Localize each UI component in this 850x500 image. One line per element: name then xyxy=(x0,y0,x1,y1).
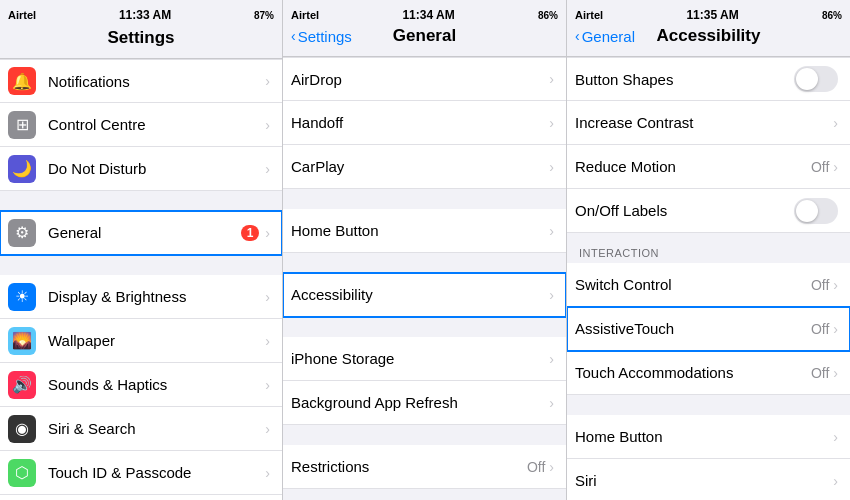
acc-separator-2 xyxy=(567,395,850,415)
panel3-title: Accessibility xyxy=(657,26,761,46)
general-item-airdrop[interactable]: AirDrop› xyxy=(283,57,566,101)
settings-item-general[interactable]: ⚙General1› xyxy=(0,211,282,255)
general-item-iphone-storage[interactable]: iPhone Storage› xyxy=(283,337,566,381)
general-label: General xyxy=(48,224,241,241)
time-2: 11:34 AM xyxy=(402,8,454,22)
general-item-restrictions[interactable]: RestrictionsOff› xyxy=(283,445,566,489)
display-brightness-icon: ☀ xyxy=(8,283,36,311)
settings-item-do-not-disturb[interactable]: 🌙Do Not Disturb› xyxy=(0,147,282,191)
panel-general: Airtel 11:34 AM 86% ‹ Settings General A… xyxy=(283,0,567,500)
wallpaper-label: Wallpaper xyxy=(48,332,265,349)
settings-item-notifications[interactable]: 🔔Notifications› xyxy=(0,59,282,103)
handoff-chevron: › xyxy=(549,115,554,131)
siri-search-label: Siri & Search xyxy=(48,420,265,437)
siri-label: Siri xyxy=(575,472,833,489)
back-label-2: Settings xyxy=(298,28,352,45)
panel2-title-row: ‹ Settings General xyxy=(283,24,566,52)
carplay-label: CarPlay xyxy=(291,158,549,175)
settings-item-wallpaper[interactable]: 🌄Wallpaper› xyxy=(0,319,282,363)
touch-id-chevron: › xyxy=(265,465,270,481)
settings-item-sounds-haptics[interactable]: 🔊Sounds & Haptics› xyxy=(0,363,282,407)
background-refresh-label: Background App Refresh xyxy=(291,394,549,411)
settings-item-siri-search[interactable]: ◉Siri & Search› xyxy=(0,407,282,451)
panel1-content: 🔔Notifications›⊞Control Centre›🌙Do Not D… xyxy=(0,59,282,500)
button-shapes-toggle-knob xyxy=(796,68,818,90)
button-shapes-label: Button Shapes xyxy=(575,71,794,88)
settings-item-display-brightness[interactable]: ☀Display & Brightness› xyxy=(0,275,282,319)
panel3-content: Button ShapesIncrease Contrast›Reduce Mo… xyxy=(567,57,850,500)
general-item-home-button[interactable]: Home Button› xyxy=(283,209,566,253)
acc-item-assistivetouch[interactable]: AssistiveTouchOff› xyxy=(567,307,850,351)
onoff-labels-toggle[interactable] xyxy=(794,198,838,224)
separator-2 xyxy=(283,253,566,273)
acc-item-touch-accommodations[interactable]: Touch AccommodationsOff› xyxy=(567,351,850,395)
general-item-handoff[interactable]: Handoff› xyxy=(283,101,566,145)
battery-1: 87% xyxy=(254,10,274,21)
touch-accommodations-label: Touch Accommodations xyxy=(575,364,811,381)
general-item-carplay[interactable]: CarPlay› xyxy=(283,145,566,189)
acc-item-onoff-labels[interactable]: On/Off Labels xyxy=(567,189,850,233)
back-btn-3[interactable]: ‹ General xyxy=(575,28,635,45)
acc-item-home-button-acc[interactable]: Home Button› xyxy=(567,415,850,459)
reduce-motion-label: Reduce Motion xyxy=(575,158,811,175)
siri-search-chevron: › xyxy=(265,421,270,437)
acc-item-switch-control[interactable]: Switch ControlOff› xyxy=(567,263,850,307)
airdrop-label: AirDrop xyxy=(291,71,549,88)
panel1-title: Settings xyxy=(0,24,282,54)
reduce-motion-value: Off xyxy=(811,159,829,175)
general-item-background-refresh[interactable]: Background App Refresh› xyxy=(283,381,566,425)
touch-id-label: Touch ID & Passcode xyxy=(48,464,265,481)
assistivetouch-value: Off xyxy=(811,321,829,337)
home-button-acc-chevron: › xyxy=(833,429,838,445)
carplay-chevron: › xyxy=(549,159,554,175)
acc-item-siri[interactable]: Siri› xyxy=(567,459,850,500)
carrier-2: Airtel xyxy=(291,9,319,21)
general-chevron: › xyxy=(265,225,270,241)
airdrop-chevron: › xyxy=(549,71,554,87)
switch-control-value: Off xyxy=(811,277,829,293)
iphone-storage-chevron: › xyxy=(549,351,554,367)
touch-accommodations-chevron: › xyxy=(833,365,838,381)
panel2-content: AirDrop›Handoff›CarPlay›Home Button›Acce… xyxy=(283,57,566,500)
display-brightness-chevron: › xyxy=(265,289,270,305)
do-not-disturb-icon: 🌙 xyxy=(8,155,36,183)
control-centre-chevron: › xyxy=(265,117,270,133)
acc-item-button-shapes[interactable]: Button Shapes xyxy=(567,57,850,101)
battery-2: 86% xyxy=(538,10,558,21)
settings-item-touch-id[interactable]: ⬡Touch ID & Passcode› xyxy=(0,451,282,495)
battery-3: 86% xyxy=(822,10,842,21)
do-not-disturb-label: Do Not Disturb xyxy=(48,160,265,177)
panel2-title: General xyxy=(393,26,456,46)
restrictions-chevron: › xyxy=(549,459,554,475)
siri-search-icon: ◉ xyxy=(8,415,36,443)
do-not-disturb-chevron: › xyxy=(265,161,270,177)
increase-contrast-chevron: › xyxy=(833,115,838,131)
increase-contrast-label: Increase Contrast xyxy=(575,114,833,131)
acc-item-reduce-motion[interactable]: Reduce MotionOff› xyxy=(567,145,850,189)
restrictions-value: Off xyxy=(527,459,545,475)
general-item-accessibility[interactable]: Accessibility› xyxy=(283,273,566,317)
control-centre-icon: ⊞ xyxy=(8,111,36,139)
button-shapes-toggle[interactable] xyxy=(794,66,838,92)
back-chevron-3: ‹ xyxy=(575,28,580,44)
time-3: 11:35 AM xyxy=(686,8,738,22)
notifications-chevron: › xyxy=(265,73,270,89)
back-label-3: General xyxy=(582,28,635,45)
settings-list-3: Button ShapesIncrease Contrast›Reduce Mo… xyxy=(567,57,850,500)
panel2-header: Airtel 11:34 AM 86% ‹ Settings General xyxy=(283,0,566,57)
control-centre-label: Control Centre xyxy=(48,116,265,133)
settings-list-2: AirDrop›Handoff›CarPlay›Home Button›Acce… xyxy=(283,57,566,489)
settings-item-emergency-sos[interactable]: SOSEmergency SOS› xyxy=(0,495,282,500)
back-btn-2[interactable]: ‹ Settings xyxy=(291,28,352,45)
home-button-acc-label: Home Button xyxy=(575,428,833,445)
reduce-motion-chevron: › xyxy=(833,159,838,175)
siri-chevron: › xyxy=(833,473,838,489)
settings-list-1: 🔔Notifications›⊞Control Centre›🌙Do Not D… xyxy=(0,59,282,500)
switch-control-chevron: › xyxy=(833,277,838,293)
panel-accessibility: Airtel 11:35 AM 86% ‹ General Accessibil… xyxy=(567,0,850,500)
sounds-haptics-chevron: › xyxy=(265,377,270,393)
acc-item-increase-contrast[interactable]: Increase Contrast› xyxy=(567,101,850,145)
settings-item-control-centre[interactable]: ⊞Control Centre› xyxy=(0,103,282,147)
time-1: 11:33 AM xyxy=(119,8,171,22)
panel-settings: Airtel 11:33 AM 87% Settings 🔔Notificati… xyxy=(0,0,283,500)
